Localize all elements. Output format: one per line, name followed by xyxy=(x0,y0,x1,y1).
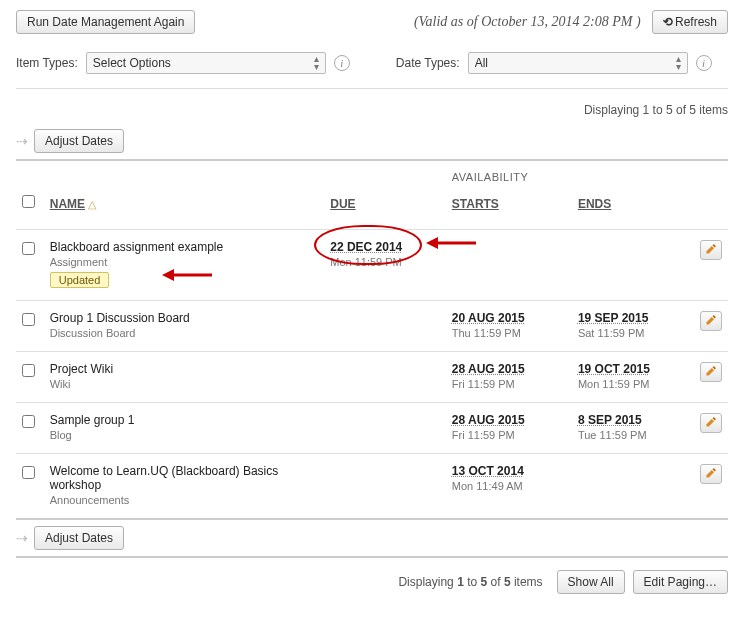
dropdown-arrows-icon: ▴▾ xyxy=(676,55,681,71)
item-types-value: Select Options xyxy=(93,56,171,70)
end-time: Sat 11:59 PM xyxy=(578,327,688,339)
start-date[interactable]: 28 AUG 2015 xyxy=(452,362,566,376)
item-types-select[interactable]: Select Options ▴▾ xyxy=(86,52,326,74)
item-name: Project Wiki xyxy=(50,362,319,376)
item-type: Discussion Board xyxy=(50,327,319,339)
select-all-checkbox[interactable] xyxy=(22,195,35,208)
dropdown-arrows-icon: ▴▾ xyxy=(314,55,319,71)
refresh-label: Refresh xyxy=(675,15,717,29)
end-time: Mon 11:59 PM xyxy=(578,378,688,390)
col-header-ends[interactable]: ENDS xyxy=(578,197,611,211)
start-time: Mon 11:49 AM xyxy=(452,480,566,492)
due-date[interactable]: 22 DEC 2014 xyxy=(330,240,440,254)
item-name: Sample group 1 xyxy=(50,413,319,427)
edit-row-button[interactable] xyxy=(700,311,722,331)
table-row: Project Wiki Wiki 28 AUG 2015 Fri 11:59 … xyxy=(16,352,728,403)
date-types-value: All xyxy=(475,56,488,70)
info-icon[interactable]: i xyxy=(334,55,350,71)
item-types-label: Item Types: xyxy=(16,56,78,70)
refresh-icon: ⟳ xyxy=(663,15,673,29)
start-time: Thu 11:59 PM xyxy=(452,327,566,339)
item-name: Blackboard assignment example xyxy=(50,240,319,254)
table-row: Blackboard assignment example Assignment… xyxy=(16,230,728,301)
start-time: Fri 11:59 PM xyxy=(452,378,566,390)
items-table: NAME△ DUE AVAILABILITY STARTS ENDS Black… xyxy=(16,161,728,518)
edit-row-button[interactable] xyxy=(700,413,722,433)
info-icon[interactable]: i xyxy=(696,55,712,71)
due-time: Mon 11:59 PM xyxy=(330,256,440,268)
row-checkbox[interactable] xyxy=(22,466,35,479)
item-type: Assignment xyxy=(50,256,319,268)
sort-asc-icon: △ xyxy=(88,198,96,210)
item-name: Group 1 Discussion Board xyxy=(50,311,319,325)
edit-paging-button[interactable]: Edit Paging… xyxy=(633,570,728,594)
row-checkbox[interactable] xyxy=(22,313,35,326)
annotation-arrow-icon xyxy=(162,266,212,287)
run-again-button[interactable]: Run Date Management Again xyxy=(16,10,195,34)
pencil-icon xyxy=(705,314,717,329)
show-all-button[interactable]: Show All xyxy=(557,570,625,594)
row-checkbox[interactable] xyxy=(22,415,35,428)
edit-row-button[interactable] xyxy=(700,464,722,484)
item-name: Welcome to Learn.UQ (Blackboard) Basics … xyxy=(50,464,319,492)
col-header-due[interactable]: DUE xyxy=(330,197,355,211)
display-count-top: Displaying 1 to 5 of 5 items xyxy=(16,89,728,125)
move-arrow-icon: ⇢ xyxy=(16,530,28,546)
pencil-icon xyxy=(705,365,717,380)
topbar-right: (Valid as of October 13, 2014 2:08 PM ) … xyxy=(414,10,728,34)
end-time: Tue 11:59 PM xyxy=(578,429,688,441)
updated-badge: Updated xyxy=(50,272,110,288)
col-header-name[interactable]: NAME xyxy=(50,197,85,211)
edit-row-button[interactable] xyxy=(700,362,722,382)
pencil-icon xyxy=(705,467,717,482)
adjust-dates-button[interactable]: Adjust Dates xyxy=(34,526,124,550)
table-row: Welcome to Learn.UQ (Blackboard) Basics … xyxy=(16,454,728,519)
item-type: Announcements xyxy=(50,494,319,506)
table-row: Group 1 Discussion Board Discussion Boar… xyxy=(16,301,728,352)
date-types-label: Date Types: xyxy=(396,56,460,70)
end-date[interactable]: 8 SEP 2015 xyxy=(578,413,688,427)
row-checkbox[interactable] xyxy=(22,242,35,255)
col-header-starts[interactable]: STARTS xyxy=(452,197,499,211)
start-date[interactable]: 28 AUG 2015 xyxy=(452,413,566,427)
edit-row-button[interactable] xyxy=(700,240,722,260)
end-date[interactable]: 19 SEP 2015 xyxy=(578,311,688,325)
table-row: Sample group 1 Blog 28 AUG 2015 Fri 11:5… xyxy=(16,403,728,454)
refresh-button[interactable]: ⟳Refresh xyxy=(652,10,728,34)
item-type: Wiki xyxy=(50,378,319,390)
start-date[interactable]: 20 AUG 2015 xyxy=(452,311,566,325)
move-arrow-icon: ⇢ xyxy=(16,133,28,149)
row-checkbox[interactable] xyxy=(22,364,35,377)
valid-as-of-text: (Valid as of October 13, 2014 2:08 PM ) xyxy=(414,14,641,29)
adjust-dates-button[interactable]: Adjust Dates xyxy=(34,129,124,153)
pencil-icon xyxy=(705,243,717,258)
date-types-select[interactable]: All ▴▾ xyxy=(468,52,688,74)
svg-marker-1 xyxy=(162,269,174,281)
availability-group-label: AVAILABILITY xyxy=(452,171,566,183)
start-date[interactable]: 13 OCT 2014 xyxy=(452,464,566,478)
end-date[interactable]: 19 OCT 2015 xyxy=(578,362,688,376)
start-time: Fri 11:59 PM xyxy=(452,429,566,441)
item-type: Blog xyxy=(50,429,319,441)
display-count-bottom: Displaying 1 to 5 of 5 items xyxy=(398,575,542,589)
pencil-icon xyxy=(705,416,717,431)
